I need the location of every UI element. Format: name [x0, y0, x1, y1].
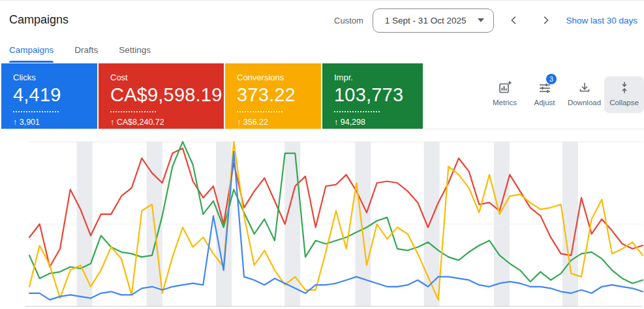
download-icon [577, 80, 592, 95]
tab-settings[interactable]: Settings [119, 40, 151, 63]
adjust-label: Adjust [534, 99, 555, 106]
dotted-separator [237, 111, 283, 112]
collapse-button[interactable]: Collapse [604, 76, 644, 113]
scorecard-label: Cost [110, 73, 224, 82]
scorecard-value: CA$9,598.19 [110, 84, 224, 106]
scorecard-row: Clicks 4,419 ↑ 3,901 Cost CA$9,598.19 ↑ … [1, 63, 423, 129]
download-label: Download [568, 99, 601, 106]
tab-campaigns[interactable]: Campaigns [9, 40, 54, 63]
campaigns-page: Campaigns Custom 1 Sept - 31 Oct 2025 Sh… [0, 0, 644, 309]
scorecard-clicks[interactable]: Clicks 4,419 ↑ 3,901 [1, 63, 97, 129]
date-mode-label: Custom [334, 16, 363, 25]
date-range-value: 1 Sept - 31 Oct 2025 [385, 16, 467, 25]
metrics-label: Metrics [493, 99, 517, 106]
dotted-separator [334, 111, 380, 112]
scorecard-delta: ↑ 94,298 [334, 118, 423, 127]
collapse-label: Collapse [609, 99, 639, 106]
performance-chart[interactable] [0, 129, 644, 309]
scorecard-label: Conversions [237, 73, 321, 82]
up-arrow-icon: ↑ [13, 118, 17, 127]
next-period-button[interactable] [534, 9, 557, 31]
page-header: Campaigns Custom 1 Sept - 31 Oct 2025 Sh… [0, 1, 644, 40]
scorecard-delta: ↑ 3,901 [13, 118, 97, 127]
scorecard-impressions[interactable]: Impr. 103,773 ↑ 94,298 [322, 63, 423, 129]
adjust-badge: 3 [546, 74, 557, 84]
dropdown-caret-icon [478, 18, 484, 22]
scorecard-label: Clicks [13, 73, 97, 82]
scorecard-label: Impr. [334, 73, 423, 82]
prev-period-button[interactable] [503, 9, 525, 31]
download-button[interactable]: Download [564, 76, 604, 106]
scorecard-value: 103,773 [334, 84, 423, 106]
up-arrow-icon: ↑ [110, 118, 114, 127]
metrics-icon [498, 80, 512, 95]
tab-drafts[interactable]: Drafts [74, 40, 98, 63]
chevron-right-icon [540, 14, 551, 26]
date-controls: Custom 1 Sept - 31 Oct 2025 Show last 30… [334, 7, 637, 33]
chevron-left-icon [508, 14, 520, 26]
scorecard-value: 4,419 [13, 84, 97, 106]
scorecard-conversions[interactable]: Conversions 373.22 ↑ 356.22 [225, 63, 321, 129]
dotted-separator [110, 111, 156, 112]
show-last-30-days-link[interactable]: Show last 30 days [566, 16, 637, 25]
adjust-button[interactable]: 3 Adjust [525, 76, 564, 106]
scorecard-delta: ↑ CA$8,240.72 [110, 118, 224, 127]
date-range-selector[interactable]: 1 Sept - 31 Oct 2025 [373, 8, 495, 33]
chart-toolbar: Metrics 3 Adjust Download [485, 76, 644, 113]
scorecard-delta: ↑ 356.22 [237, 118, 321, 127]
scorecard-value: 373.22 [237, 84, 321, 106]
up-arrow-icon: ↑ [237, 118, 241, 127]
page-title: Campaigns [9, 13, 69, 27]
collapse-icon [617, 80, 632, 95]
tab-bar: Campaigns Drafts Settings [0, 40, 644, 63]
scorecard-cost[interactable]: Cost CA$9,598.19 ↑ CA$8,240.72 [99, 63, 224, 129]
up-arrow-icon: ↑ [334, 118, 338, 127]
performance-chart-canvas [0, 129, 644, 309]
metrics-button[interactable]: Metrics [485, 76, 525, 106]
dotted-separator [13, 111, 59, 112]
